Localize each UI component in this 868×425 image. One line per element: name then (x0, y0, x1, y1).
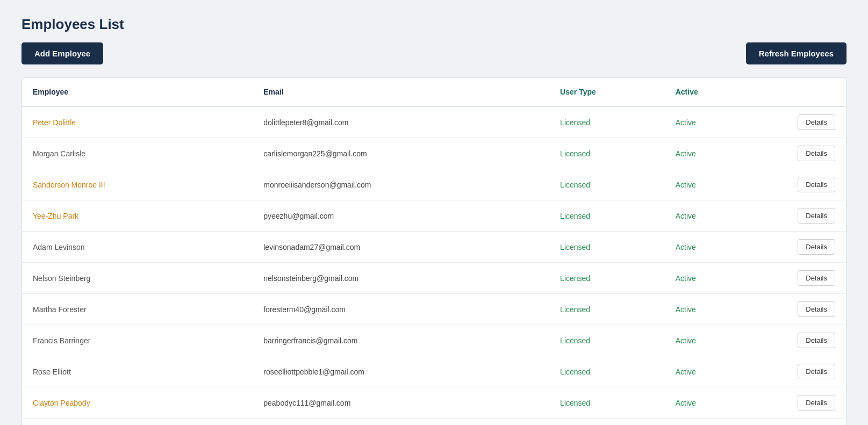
employee-email: monroeiiisanderson@gmail.com (253, 169, 549, 200)
table-row: Rose Elliott roseelliottpebble1@gmail.co… (22, 356, 846, 387)
details-button[interactable]: Details (798, 146, 835, 161)
employee-action: Details (764, 200, 846, 232)
table-row: Nelson Steinberg nelsonsteinberg@gmail.c… (22, 263, 846, 294)
header-employee: Employee (22, 78, 253, 106)
table-row: Morgan Carlisle carlislemorgan225@gmail.… (22, 138, 846, 169)
details-button[interactable]: Details (798, 239, 835, 255)
table-row: Adam Levinson levinsonadam27@gmail.com L… (22, 232, 846, 263)
employee-name: Sanderson Monroe III (22, 169, 253, 200)
employee-user-type: Licensed (549, 232, 665, 263)
employee-email: jeromeconstance53@gmail.com (253, 419, 549, 426)
employee-active-status: Active (665, 294, 764, 325)
employee-email: foresterm40@gmail.com (253, 294, 549, 325)
details-button[interactable]: Details (798, 177, 835, 192)
table-row: Constance Jerome jeromeconstance53@gmail… (22, 419, 846, 426)
employee-name: Martha Forester (22, 294, 253, 325)
details-button[interactable]: Details (798, 364, 835, 379)
employee-name: Morgan Carlisle (22, 138, 253, 169)
employee-active-status: Active (665, 138, 764, 169)
employee-action: Details (764, 263, 846, 294)
employee-user-type: Licensed (549, 387, 665, 419)
employee-active-status: Active (665, 263, 764, 294)
refresh-employees-button[interactable]: Refresh Employees (746, 42, 847, 64)
table-header-row: Employee Email User Type Active (22, 78, 846, 106)
employee-user-type: Licensed (549, 106, 665, 138)
employee-user-type: Licensed (549, 356, 665, 387)
employee-active-status: Active (665, 200, 764, 232)
employee-name: Rose Elliott (22, 356, 253, 387)
employee-name: Clayton Peabody (22, 387, 253, 419)
employee-email: pyeezhu@gmail.com (253, 200, 549, 232)
details-button[interactable]: Details (798, 395, 835, 410)
employee-active-status: Active (665, 106, 764, 138)
header-active: Active (665, 78, 764, 106)
employee-action: Details (764, 356, 846, 387)
employee-active-status: Active (665, 356, 764, 387)
employee-name: Peter Dolittle (22, 106, 253, 138)
add-employee-button[interactable]: Add Employee (21, 42, 103, 64)
details-button[interactable]: Details (798, 114, 835, 130)
employee-active-status: Active (665, 232, 764, 263)
employee-user-type: Licensed (549, 294, 665, 325)
employee-user-type: Licensed (549, 169, 665, 200)
table-row: Clayton Peabody peabodyc111@gmail.com Li… (22, 387, 846, 419)
employee-action: Details (764, 419, 846, 426)
employee-user-type: Licensed (549, 263, 665, 294)
employee-name: Adam Levinson (22, 232, 253, 263)
employee-email: nelsonsteinberg@gmail.com (253, 263, 549, 294)
table-row: Francis Barringer barringerfrancis@gmail… (22, 325, 846, 356)
employee-action: Details (764, 325, 846, 356)
employee-name: Constance Jerome (22, 419, 253, 426)
details-button[interactable]: Details (798, 270, 835, 286)
employee-email: carlislemorgan225@gmail.com (253, 138, 549, 169)
employee-active-status: Active (665, 325, 764, 356)
employee-email: levinsonadam27@gmail.com (253, 232, 549, 263)
employee-user-type: Licensed (549, 200, 665, 232)
employee-name: Francis Barringer (22, 325, 253, 356)
employee-user-type: Licensed (549, 419, 665, 426)
employee-active-status: Active (665, 419, 764, 426)
employee-action: Details (764, 106, 846, 138)
table-row: Yee-Zhu Park pyeezhu@gmail.com Licensed … (22, 200, 846, 232)
employee-action: Details (764, 138, 846, 169)
toolbar: Add Employee Refresh Employees (21, 42, 847, 64)
details-button[interactable]: Details (798, 333, 835, 348)
employee-user-type: Licensed (549, 138, 665, 169)
employee-user-type: Licensed (549, 325, 665, 356)
employee-action: Details (764, 387, 846, 419)
employee-active-status: Active (665, 169, 764, 200)
employees-table: Employee Email User Type Active Peter Do… (22, 78, 846, 425)
table-row: Peter Dolittle dolittlepeter8@gmail.com … (22, 106, 846, 138)
employee-email: barringerfrancis@gmail.com (253, 325, 549, 356)
employees-table-container: Employee Email User Type Active Peter Do… (21, 77, 847, 425)
employee-action: Details (764, 232, 846, 263)
employee-name: Nelson Steinberg (22, 263, 253, 294)
employee-active-status: Active (665, 387, 764, 419)
header-email: Email (253, 78, 549, 106)
employee-name: Yee-Zhu Park (22, 200, 253, 232)
details-button[interactable]: Details (798, 208, 835, 224)
employee-action: Details (764, 294, 846, 325)
header-action (764, 78, 846, 106)
table-row: Sanderson Monroe III monroeiiisanderson@… (22, 169, 846, 200)
employee-action: Details (764, 169, 846, 200)
employee-email: dolittlepeter8@gmail.com (253, 106, 549, 138)
table-row: Martha Forester foresterm40@gmail.com Li… (22, 294, 846, 325)
details-button[interactable]: Details (798, 301, 835, 317)
employee-email: peabodyc111@gmail.com (253, 387, 549, 419)
page-title: Employees List (21, 16, 847, 33)
employee-email: roseelliottpebble1@gmail.com (253, 356, 549, 387)
header-user-type: User Type (549, 78, 665, 106)
